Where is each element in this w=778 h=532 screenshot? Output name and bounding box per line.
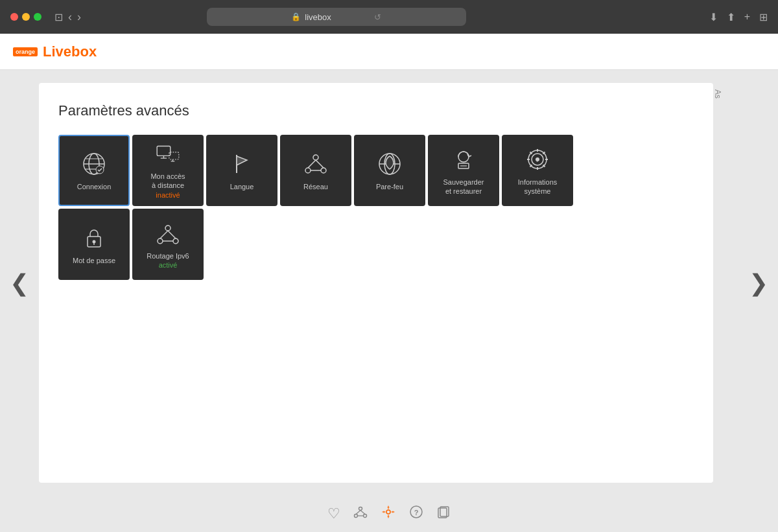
bottom-toolbar: ♡ [0, 496, 778, 532]
svg-line-50 [356, 511, 360, 515]
globe-check-icon [80, 150, 108, 178]
help-icon[interactable]: ? [409, 505, 423, 523]
svg-point-48 [355, 515, 358, 518]
livebox-logo: Livebox [43, 43, 97, 60]
flag-icon [228, 150, 256, 178]
svg-point-14 [313, 155, 318, 160]
close-button[interactable] [10, 13, 18, 21]
tile-langue[interactable]: Langue [206, 135, 277, 206]
reload-icon[interactable]: ↺ [374, 12, 381, 22]
svg-point-53 [386, 510, 390, 514]
svg-rect-6 [157, 146, 171, 156]
heart-icon[interactable]: ♡ [327, 505, 340, 522]
network-toolbar-icon[interactable] [353, 505, 368, 523]
tile-informations-label: Informationssystème [518, 178, 558, 196]
tile-pare-feu-label: Pare-feu [376, 182, 403, 191]
browser-actions: ⬇ ⬆ + ⊞ [709, 11, 768, 23]
svg-line-18 [316, 160, 324, 168]
network-nodes-icon [154, 219, 182, 248]
download-icon[interactable]: ⬇ [709, 11, 718, 23]
maximize-button[interactable] [34, 13, 41, 21]
right-nav-arrow[interactable]: ❯ [739, 70, 778, 496]
tile-reseau[interactable]: Réseau [280, 135, 351, 206]
svg-point-39 [93, 240, 96, 243]
pages-icon[interactable] [436, 505, 451, 523]
save-restore-icon [449, 145, 478, 174]
browser-controls: ⊡ ‹ › [54, 10, 81, 24]
svg-marker-13 [237, 156, 247, 165]
tile-connexion[interactable]: Connexion [58, 135, 130, 206]
traffic-lights [10, 13, 41, 21]
tile-routage-ipv6-label: Routage Ipv6activé [147, 251, 189, 270]
page-title: Paramètres avancés [58, 102, 694, 119]
tile-mon-acces-label: Mon accèsà distance inactivé [139, 172, 197, 200]
svg-point-49 [364, 515, 367, 518]
tile-reseau-label: Réseau [303, 182, 328, 191]
aside-panel: As [713, 70, 739, 496]
tile-mon-acces[interactable]: Mon accèsà distance inactivé [132, 135, 204, 206]
svg-point-15 [305, 168, 311, 173]
info-gear-icon: i [523, 145, 552, 174]
tile-mot-de-passe-label: Mot de passe [73, 256, 115, 265]
tile-mot-de-passe[interactable]: Mot de passe [58, 209, 130, 280]
lock-icon: 🔒 [291, 12, 301, 21]
svg-point-41 [165, 226, 171, 231]
svg-line-51 [360, 511, 365, 515]
tile-connexion-label: Connexion [77, 182, 112, 191]
grid-view-icon[interactable]: ⊞ [759, 11, 768, 23]
settings-gear-icon[interactable] [381, 504, 396, 524]
content-area: ❮ Paramètres avancés [0, 70, 778, 496]
aside-label: As [713, 89, 725, 98]
tiles-row2: Mot de passe Routage Ipv6activé [58, 209, 694, 280]
tile-sauvegarder-label: Sauvegarderet restaurer [443, 178, 484, 196]
tiles-row1: Connexion Mon accèsà distance inactivé [58, 135, 694, 206]
svg-point-42 [158, 238, 163, 244]
app-header: orange Livebox [0, 34, 778, 70]
sidebar-toggle-icon[interactable]: ⊡ [54, 11, 63, 23]
forward-icon[interactable]: › [77, 10, 81, 24]
address-bar[interactable]: 🔒 livebox ↺ [207, 8, 466, 26]
app-window: orange Livebox ❮ Paramètres avancés [0, 34, 778, 532]
tile-sauvegarder[interactable]: Sauvegarderet restaurer [428, 135, 499, 206]
routage-status: activé [159, 261, 178, 269]
orange-logo: orange [13, 47, 38, 56]
share-icon[interactable]: ⬆ [727, 11, 735, 23]
tile-langue-label: Langue [230, 182, 254, 191]
tile-informations[interactable]: i Informationssystème [502, 135, 573, 206]
browser-chrome: ⊡ ‹ › 🔒 livebox ↺ ⬇ ⬆ + ⊞ [0, 0, 778, 34]
svg-line-45 [168, 231, 176, 238]
left-nav-arrow[interactable]: ❮ [0, 70, 39, 496]
tile-pare-feu[interactable]: Pare-feu [354, 135, 425, 206]
back-icon[interactable]: ‹ [68, 10, 72, 24]
mon-acces-status: inactivé [156, 191, 180, 199]
tile-routage-ipv6[interactable]: Routage Ipv6activé [132, 209, 204, 280]
svg-point-47 [359, 507, 362, 511]
lock-icon [80, 224, 108, 252]
minimize-button[interactable] [22, 13, 30, 21]
new-tab-icon[interactable]: + [744, 11, 750, 23]
svg-line-17 [308, 160, 316, 168]
globe-shield-icon [375, 150, 404, 178]
url-text: livebox [305, 12, 331, 22]
svg-point-43 [173, 238, 178, 244]
network-icon [301, 150, 330, 178]
main-panel: Paramètres avancés Connexion [39, 83, 713, 483]
svg-point-16 [321, 168, 326, 173]
svg-text:?: ? [414, 509, 419, 516]
remote-desktop-icon [154, 141, 182, 168]
svg-line-44 [160, 231, 168, 238]
